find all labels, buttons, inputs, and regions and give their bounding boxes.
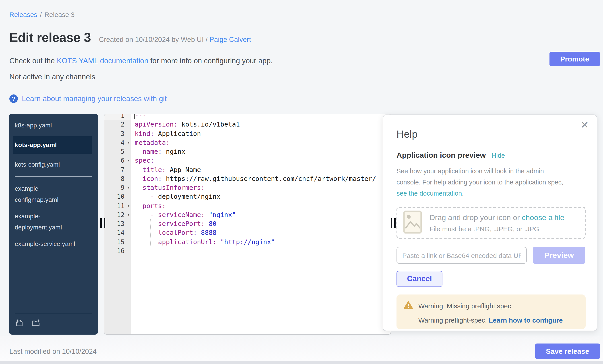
code-line[interactable]: 5 name: nginx — [104, 147, 391, 156]
promote-button[interactable]: Promote — [549, 52, 600, 66]
line-number: 6▾ — [104, 156, 131, 165]
code-line-text: statusInformers: — [131, 183, 205, 192]
line-number: 8 — [104, 174, 131, 183]
file-item-selected[interactable]: kots-app.yaml — [13, 136, 92, 154]
fold-arrow-icon[interactable]: ▾ — [127, 210, 130, 220]
code-line-text: spec: — [131, 156, 154, 165]
file-tree-footer — [15, 314, 92, 332]
line-number: 3 — [104, 129, 131, 138]
created-info: Created on 10/10/2024 by Web UI / Paige … — [99, 36, 251, 44]
help-description: See how your application icon will look … — [396, 166, 586, 199]
fold-arrow-icon[interactable]: ▾ — [127, 138, 130, 147]
code-line[interactable]: 1--- — [104, 114, 391, 120]
icon-dropzone[interactable]: Drag and drop your icon or choose a file… — [396, 207, 586, 239]
fold-arrow-icon[interactable]: ▾ — [127, 156, 130, 165]
code-line[interactable]: 3kind: Application — [104, 129, 391, 138]
line-number: 13 — [104, 219, 131, 228]
help-panel: ✕ Help Application icon preview Hide See… — [383, 114, 597, 331]
code-line-text: servicePort: 80 — [131, 219, 217, 228]
line-number: 15 — [104, 237, 131, 246]
code-line[interactable]: 12▾ - serviceName: "nginx" — [104, 210, 391, 220]
line-number: 1 — [104, 114, 131, 120]
code-line[interactable]: 16 — [104, 246, 391, 255]
breadcrumb-separator: / — [40, 11, 42, 18]
warning-icon — [404, 301, 413, 310]
sidebar-resize-handle[interactable] — [100, 218, 105, 228]
close-icon[interactable]: ✕ — [580, 119, 589, 131]
choose-file-link[interactable]: choose a file — [522, 213, 564, 222]
code-line[interactable]: 15 applicationUrl: "http://nginx" — [104, 237, 391, 246]
code-line[interactable]: 14 localPort: 8888 — [104, 228, 391, 237]
help-title: Help — [396, 128, 586, 140]
doc-hint-pre: Check out the — [9, 56, 57, 65]
channel-status: Not active in any channels — [9, 73, 95, 81]
code-editor[interactable]: 1---2apiVersion: kots.io/v1beta13kind: A… — [104, 114, 391, 335]
code-line[interactable]: 13 servicePort: 80 — [104, 219, 391, 228]
code-line[interactable]: 10 - deployment/nginx — [104, 192, 391, 201]
hide-link[interactable]: Hide — [492, 152, 505, 159]
warning-banner: Warning: Missing preflight spec Warning … — [396, 295, 586, 329]
line-number: 4▾ — [104, 138, 131, 147]
breadcrumb-current: Release 3 — [44, 11, 74, 18]
warning-title: Warning: Missing preflight spec — [418, 302, 511, 309]
file-item[interactable]: kots-config.yaml — [15, 159, 82, 170]
code-line-text: localPort: 8888 — [131, 228, 217, 237]
line-number: 14 — [104, 228, 131, 237]
see-documentation-link[interactable]: see the documentation — [396, 190, 462, 197]
file-item[interactable]: k8s-app.yaml — [15, 120, 82, 131]
indent-guide-icon — [150, 219, 151, 246]
dropzone-text: Drag and drop your icon or choose a file… — [429, 213, 564, 232]
file-item[interactable]: example-deployment.yaml — [15, 211, 82, 233]
code-line-text: metadata: — [131, 138, 170, 147]
help-description-line1: See how your application icon will look … — [396, 167, 544, 175]
code-line-text: - serviceName: "nginx" — [131, 210, 236, 220]
dropzone-line1: Drag and drop your icon or — [429, 213, 522, 222]
code-line[interactable]: 7 title: App Name — [104, 165, 391, 174]
editor-resize-handle[interactable] — [391, 218, 396, 228]
author-link[interactable]: Paige Calvert — [209, 36, 251, 43]
code-line-text: kind: Application — [131, 129, 201, 138]
code-line[interactable]: 2apiVersion: kots.io/v1beta1 — [104, 120, 391, 129]
line-number: 9▾ — [104, 183, 131, 192]
code-line-text: name: nginx — [131, 147, 185, 156]
line-number: 10 — [104, 192, 131, 201]
breadcrumb-releases-link[interactable]: Releases — [9, 11, 37, 18]
new-folder-icon[interactable] — [31, 318, 41, 328]
code-line-text: apiVersion: kots.io/v1beta1 — [131, 120, 240, 129]
code-lines: 1---2apiVersion: kots.io/v1beta13kind: A… — [104, 114, 391, 255]
file-list-divider — [15, 176, 92, 177]
code-line[interactable]: 6▾spec: — [104, 156, 391, 165]
icon-url-row: Preview — [396, 247, 586, 264]
preflight-configure-link[interactable]: Learn how to configure — [489, 316, 563, 324]
doc-hint-post: for more info on configuring your app. — [148, 56, 273, 65]
created-text: Created on 10/10/2024 by Web UI / — [99, 36, 208, 43]
icon-preview-header: Application icon preview Hide — [396, 151, 586, 160]
save-release-button[interactable]: Save release — [535, 343, 600, 359]
new-file-icon[interactable] — [15, 318, 24, 328]
preview-button[interactable]: Preview — [533, 247, 585, 264]
line-number: 12▾ — [104, 210, 131, 220]
code-line[interactable]: 9▾ statusInformers: — [104, 183, 391, 192]
line-number: 5 — [104, 147, 131, 156]
code-line-text: icon: https://raw.githubusercontent.com/… — [131, 174, 376, 183]
line-number: 2 — [104, 120, 131, 129]
code-line[interactable]: 8 icon: https://raw.githubusercontent.co… — [104, 174, 391, 183]
icon-url-input[interactable] — [396, 247, 527, 264]
cancel-button[interactable]: Cancel — [396, 271, 442, 287]
file-item[interactable]: example-service.yaml — [15, 238, 82, 250]
code-line[interactable]: 4▾metadata: — [104, 138, 391, 147]
kots-yaml-doc-link[interactable]: KOTS YAML documentation — [57, 56, 148, 65]
fold-arrow-icon[interactable]: ▾ — [127, 201, 130, 210]
git-releases-link[interactable]: Learn about managing your releases with … — [22, 94, 167, 103]
fold-arrow-icon[interactable]: ▾ — [127, 183, 130, 192]
line-number: 7 — [104, 165, 131, 174]
file-item[interactable]: example-configmap.yaml — [15, 183, 82, 205]
image-placeholder-icon — [403, 210, 422, 235]
code-line-text: title: App Name — [131, 165, 201, 174]
warning-body: Warning preflight-spec. — [418, 316, 489, 324]
dropzone-line2: File must be a .PNG, .JPEG, or .JPG — [429, 225, 564, 232]
code-line-text: --- — [131, 114, 146, 120]
help-description-period: . — [462, 190, 464, 197]
git-help-line: ? Learn about managing your releases wit… — [9, 94, 167, 103]
code-line[interactable]: 11▾ ports: — [104, 201, 391, 210]
